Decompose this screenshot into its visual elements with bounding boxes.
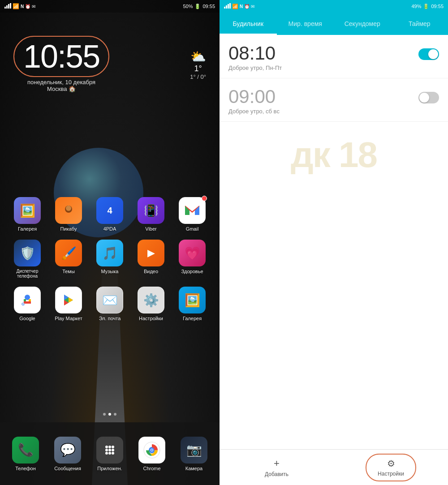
svg-marker-15 [69, 297, 73, 303]
app-gmail[interactable]: Gmail [174, 197, 210, 232]
gallery-icon: 🖼️ [14, 197, 41, 224]
battery-icon-left: 🔋 [194, 4, 201, 9]
watermark: дк 18 [291, 134, 377, 176]
dock-chrome[interactable]: Chrome [134, 437, 170, 471]
svg-point-21 [112, 449, 114, 451]
mail-label: Эл. почта [99, 316, 121, 321]
alarm-item-1[interactable]: 08:10 Доброе утро, Пн-Пт [220, 35, 448, 78]
dock-messages[interactable]: 💬 Сообщения [50, 437, 86, 471]
app-settings[interactable]: ⚙️ Настройки [133, 287, 169, 321]
app-video[interactable]: ▶ Видео [133, 240, 169, 279]
clock-date: понедельник, 10 декабря [13, 79, 109, 86]
alarm-item-2[interactable]: 09:00 Доброе утро, сб вс [220, 78, 448, 122]
status-right-info: 50% 🔋 09:55 [183, 4, 215, 9]
tab-bar: Будильник Мир. время Секундомер Таймер [220, 13, 448, 35]
app-playmarket[interactable]: Play Маркет [51, 287, 86, 321]
svg-rect-2 [8, 4, 9, 9]
clock-widget: 10:55 понедельник, 10 декабря Москва 🏠 [13, 36, 109, 92]
google-label: Google [19, 316, 35, 321]
page-dot-3 [114, 413, 116, 416]
4pda-label: 4PDA [103, 226, 116, 232]
tab-world-time[interactable]: Мир. время [277, 13, 334, 35]
svg-point-20 [108, 449, 111, 451]
right-notif-icon: ✉ [251, 4, 254, 9]
app-row-1: 🖼️ Галерея Пикабу 4 4PDA 📳 Viber [7, 197, 213, 232]
app-picabu[interactable]: Пикабу [51, 197, 86, 232]
gmail-label: Gmail [186, 226, 199, 232]
app-gallery2[interactable]: 🖼️ Галерея [174, 287, 210, 321]
settings-label: Настройки [378, 471, 404, 477]
messages-icon: 💬 [54, 437, 81, 464]
app-dispatcher[interactable]: 🛡️ Диспетчер телефона [9, 240, 45, 279]
add-alarm-button[interactable]: + Добавить [251, 453, 302, 482]
phone-label: Телефон [15, 466, 36, 471]
app-mail[interactable]: ✉️ Эл. почта [92, 287, 128, 321]
svg-rect-3 [10, 3, 11, 9]
themes-icon: 🖌️ [55, 240, 82, 266]
toggle-1-thumb [428, 49, 438, 59]
playmarket-icon [55, 287, 82, 313]
app-health[interactable]: 💗 Здоровье [174, 240, 210, 279]
right-signal-icon [224, 3, 231, 9]
apps-label: Приложен. [97, 466, 122, 471]
svg-rect-30 [224, 7, 225, 9]
tab-stopwatch[interactable]: Секундомер [334, 13, 391, 35]
settings-gear-icon: ⚙ [387, 458, 395, 469]
battery-percent-left: 50% [183, 4, 193, 9]
right-time: 09:55 [431, 4, 444, 9]
viber-icon: 📳 [138, 197, 164, 224]
weather-temp: 1° [190, 64, 206, 73]
svg-rect-9 [29, 299, 31, 301]
gmail-icon [179, 197, 206, 224]
app-viber[interactable]: 📳 Viber [133, 197, 169, 232]
app-grid: 🖼️ Галерея Пикабу 4 4PDA 📳 Viber [0, 197, 220, 329]
alarm-settings-button[interactable]: ⚙ Настройки [366, 454, 416, 481]
dock-camera[interactable]: 📷 Камера [176, 437, 212, 471]
left-phone-screen: 📶 N ⏰ ✉ 50% 🔋 09:55 10:55 понедельник, 1… [0, 0, 220, 485]
svg-point-17 [108, 446, 111, 448]
4pda-icon: 4 [96, 197, 123, 224]
time-left: 09:55 [202, 4, 215, 9]
dispatcher-label: Диспетчер телефона [9, 269, 45, 279]
dock-apps[interactable]: Приложен. [92, 437, 128, 471]
clock-city: Москва 🏠 [13, 86, 109, 92]
app-gallery[interactable]: 🖼️ Галерея [9, 197, 45, 232]
status-bar-right: 📶 N ⏰ ✉ 49% 🔋 09:55 [220, 0, 448, 13]
right-alarm-icon: ⏰ [244, 4, 250, 9]
alarm-2-toggle[interactable] [418, 92, 439, 103]
themes-label: Темы [62, 269, 75, 274]
right-nfc-icon: N [240, 4, 243, 9]
tab-alarm[interactable]: Будильник [220, 13, 277, 35]
svg-point-16 [105, 446, 108, 448]
camera-label: Камера [185, 466, 202, 471]
app-4pda[interactable]: 4 4PDA [92, 197, 128, 232]
app-row-2: 🛡️ Диспетчер телефона 🖌️ Темы 🎵 Музыка ▶… [7, 240, 213, 279]
clock-circle: 10:55 [13, 36, 109, 77]
right-battery-percent: 49% [411, 4, 421, 9]
right-status-icons: 📶 N ⏰ ✉ [224, 3, 254, 9]
alarm-1-info: 08:10 Доброе утро, Пн-Пт [228, 44, 282, 71]
music-icon: 🎵 [96, 240, 123, 266]
svg-rect-31 [226, 5, 227, 9]
alarm-1-toggle[interactable] [418, 48, 439, 60]
svg-rect-32 [228, 4, 229, 9]
playmarket-label: Play Маркет [55, 316, 82, 321]
tab-timer[interactable]: Таймер [391, 13, 448, 35]
app-music[interactable]: 🎵 Музыка [92, 240, 128, 279]
health-icon: 💗 [179, 240, 206, 266]
picabu-icon [55, 197, 82, 224]
nfc-icon: N [21, 4, 24, 9]
messages-label: Сообщения [54, 466, 81, 471]
alarm-2-desc: Доброе утро, сб вс [228, 108, 280, 115]
google-icon: G [14, 287, 41, 313]
app-google[interactable]: G Google [9, 287, 45, 321]
phone-icon: 📞 [12, 437, 39, 464]
svg-rect-10 [24, 301, 31, 304]
settings-label: Настройки [139, 316, 163, 321]
dock-phone[interactable]: 📞 Телефон [8, 437, 43, 471]
weather-widget: ⛅ 1° 1° / 0° [190, 49, 206, 80]
notification-icons: ✉ [32, 4, 35, 9]
svg-point-29 [151, 449, 153, 451]
right-wifi-icon: 📶 [232, 4, 238, 9]
app-themes[interactable]: 🖌️ Темы [51, 240, 86, 279]
